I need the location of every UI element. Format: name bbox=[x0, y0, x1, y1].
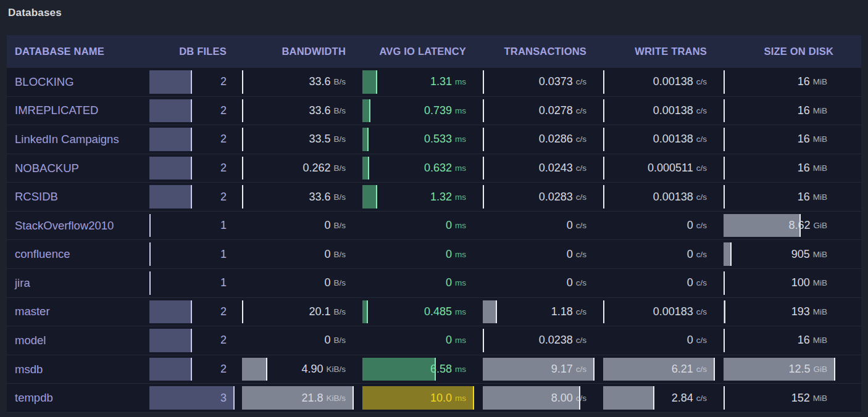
database-name-link[interactable]: StackOverflow2010 bbox=[15, 219, 114, 233]
table-row: IMREPLICATED 2 33.6B/s 0.739ms 0.0278c/s… bbox=[7, 96, 861, 125]
size-on-disk-value: 16 bbox=[798, 104, 810, 117]
column-header-transactions[interactable]: TRANSACTIONS bbox=[479, 46, 599, 57]
size-on-disk-gauge-bar bbox=[724, 271, 725, 295]
transactions-gauge-bar bbox=[483, 99, 484, 123]
size-on-disk-gauge-bar bbox=[724, 300, 725, 324]
avg-io-latency-value: 0 bbox=[446, 276, 452, 289]
db-files-gauge-bar bbox=[149, 329, 192, 352]
database-name-link[interactable]: model bbox=[15, 334, 46, 347]
db-files-value: 2 bbox=[220, 305, 227, 318]
table-body: BLOCKING 2 33.6B/s 1.31ms 0.0373c/s 0.00… bbox=[7, 67, 861, 413]
db-files-gauge-bar bbox=[149, 70, 192, 94]
size-on-disk-gauge-bar bbox=[724, 157, 725, 180]
database-name-link[interactable]: LinkedIn Campaigns bbox=[15, 133, 119, 146]
bandwidth-unit: KiB/s bbox=[326, 394, 346, 403]
size-on-disk-gauge-bar bbox=[724, 386, 725, 410]
write-trans-unit: c/s bbox=[696, 77, 707, 86]
write-trans-gauge-bar bbox=[603, 157, 604, 180]
bandwidth-cell: 33.6B/s bbox=[238, 183, 359, 211]
database-name-link[interactable]: master bbox=[15, 305, 50, 318]
db-files-cell: 3 bbox=[146, 384, 238, 412]
db-files-cell: 1 bbox=[146, 269, 238, 297]
bandwidth-unit: B/s bbox=[333, 250, 346, 259]
write-trans-cell: 0.00138c/s bbox=[599, 97, 720, 125]
column-header-bandwidth[interactable]: BANDWIDTH bbox=[238, 46, 359, 57]
size-on-disk-unit: MiB bbox=[813, 106, 827, 115]
bandwidth-gauge-bar bbox=[242, 185, 243, 208]
database-name-link[interactable]: msdb bbox=[15, 363, 43, 376]
bandwidth-value: 33.6 bbox=[309, 191, 330, 204]
avg-io-latency-unit: ms bbox=[455, 394, 466, 403]
db-files-gauge-bar bbox=[149, 214, 151, 237]
column-header-db-files[interactable]: DB FILES bbox=[146, 46, 238, 57]
transactions-cell: 0.0243c/s bbox=[479, 154, 599, 183]
bandwidth-cell: 33.6B/s bbox=[238, 97, 359, 125]
bandwidth-gauge-bar bbox=[242, 300, 243, 324]
bandwidth-cell: 33.6B/s bbox=[238, 68, 359, 96]
transactions-value: 9.17 bbox=[551, 363, 573, 376]
avg-io-latency-value: 0.533 bbox=[424, 133, 452, 146]
size-on-disk-value: 16 bbox=[798, 191, 810, 204]
avg-io-latency-value: 0 bbox=[446, 248, 452, 261]
database-name-link[interactable]: NOBACKUP bbox=[15, 162, 79, 175]
transactions-gauge-bar bbox=[483, 128, 484, 151]
transactions-cell: 8.00c/s bbox=[479, 384, 599, 412]
bandwidth-value: 0 bbox=[324, 334, 330, 347]
avg-io-latency-cell: 0ms bbox=[359, 326, 479, 355]
table-row: StackOverflow2010 1 0B/s 0ms 0c/s 0c/s 8… bbox=[7, 211, 861, 240]
avg-io-latency-value: 0.632 bbox=[424, 162, 452, 175]
transactions-unit: c/s bbox=[576, 278, 586, 287]
avg-io-latency-value: 0 bbox=[446, 334, 452, 347]
avg-io-latency-gauge-bar bbox=[362, 157, 369, 180]
db-files-gauge-bar bbox=[149, 271, 151, 295]
avg-io-latency-gauge-bar bbox=[362, 300, 368, 324]
database-name-link[interactable]: jira bbox=[15, 276, 30, 290]
bandwidth-cell: 0B/s bbox=[238, 240, 359, 268]
size-on-disk-cell: 12.5GiB bbox=[720, 355, 861, 384]
write-trans-value: 0 bbox=[687, 334, 693, 347]
size-on-disk-unit: MiB bbox=[813, 163, 827, 173]
size-on-disk-cell: 16MiB bbox=[720, 68, 861, 96]
db-files-gauge-bar bbox=[149, 185, 192, 208]
avg-io-latency-unit: ms bbox=[455, 77, 466, 86]
write-trans-unit: c/s bbox=[696, 221, 707, 230]
size-on-disk-value: 16 bbox=[798, 75, 810, 88]
bandwidth-value: 33.5 bbox=[309, 133, 330, 146]
transactions-unit: c/s bbox=[576, 163, 586, 173]
avg-io-latency-cell: 1.32ms bbox=[359, 183, 479, 211]
db-files-value: 2 bbox=[220, 191, 227, 204]
avg-io-latency-unit: ms bbox=[455, 278, 466, 287]
avg-io-latency-gauge-bar bbox=[362, 358, 436, 381]
database-name-link[interactable]: BLOCKING bbox=[15, 75, 74, 89]
write-trans-gauge-bar bbox=[603, 185, 604, 208]
database-name-cell: tempdb bbox=[7, 384, 146, 412]
write-trans-unit: c/s bbox=[696, 307, 707, 316]
write-trans-unit: c/s bbox=[696, 394, 707, 403]
avg-io-latency-value: 1.31 bbox=[430, 75, 452, 88]
avg-io-latency-unit: ms bbox=[455, 134, 466, 144]
write-trans-value: 2.84 bbox=[672, 392, 693, 405]
transactions-gauge-bar bbox=[483, 185, 484, 208]
column-header-database-name[interactable]: DATABASE NAME bbox=[7, 46, 146, 57]
bandwidth-value: 20.1 bbox=[309, 305, 330, 318]
database-name-link[interactable]: tempdb bbox=[15, 391, 53, 405]
database-name-link[interactable]: IMREPLICATED bbox=[15, 104, 98, 117]
database-name-cell: BLOCKING bbox=[7, 68, 146, 96]
database-name-cell: master bbox=[7, 298, 146, 326]
column-header-avg-io-latency[interactable]: AVG IO LATENCY bbox=[359, 46, 479, 57]
write-trans-cell: 0.00138c/s bbox=[599, 183, 720, 211]
avg-io-latency-unit: ms bbox=[455, 192, 466, 202]
avg-io-latency-unit: ms bbox=[455, 365, 466, 374]
column-header-write-trans[interactable]: WRITE TRANS bbox=[599, 46, 720, 57]
avg-io-latency-cell: 0.739ms bbox=[359, 97, 479, 125]
database-name-cell: confluence bbox=[7, 240, 146, 268]
column-header-size-on-disk[interactable]: SIZE ON DISK bbox=[720, 46, 861, 57]
panel-title[interactable]: Databases bbox=[8, 7, 62, 19]
transactions-gauge-bar bbox=[483, 70, 484, 94]
size-on-disk-unit: MiB bbox=[813, 307, 827, 316]
database-name-link[interactable]: confluence bbox=[15, 247, 70, 261]
db-files-cell: 2 bbox=[146, 154, 238, 183]
table-row: tempdb 3 21.8KiB/s 10.0ms 8.00c/s 2.84c/… bbox=[7, 383, 861, 412]
avg-io-latency-unit: ms bbox=[455, 336, 466, 345]
database-name-link[interactable]: RCSIDB bbox=[15, 190, 58, 204]
